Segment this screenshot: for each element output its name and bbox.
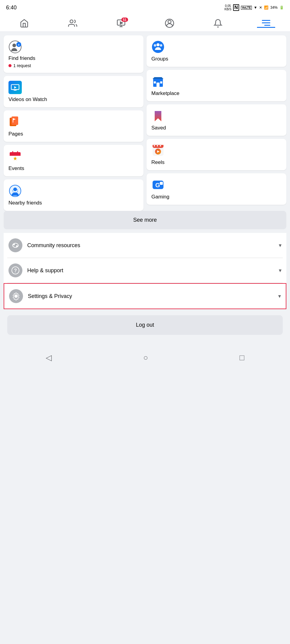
help-support-icon: ? bbox=[8, 263, 22, 277]
status-icons: 0.05KB/S N VoLTE ▼ ✕ 📶 34% 🔋 bbox=[225, 4, 284, 11]
svg-rect-40 bbox=[157, 145, 158, 146]
nav-watch[interactable]: 51 bbox=[112, 18, 130, 29]
volte-icon: VoLTE bbox=[241, 6, 252, 10]
help-chevron-icon: ▾ bbox=[279, 267, 282, 274]
pages-label: Pages bbox=[8, 131, 139, 137]
svg-rect-39 bbox=[154, 145, 155, 146]
saved-card[interactable]: Saved bbox=[147, 104, 286, 136]
reels-card[interactable]: Reels bbox=[147, 139, 286, 170]
pages-card[interactable]: Pages bbox=[4, 110, 143, 142]
svg-point-48 bbox=[16, 245, 18, 247]
gaming-card[interactable]: G Gaming bbox=[147, 173, 286, 205]
battery-icon: 🔋 bbox=[279, 5, 284, 10]
nav-home[interactable] bbox=[15, 18, 34, 29]
community-resources-label: Community resources bbox=[27, 242, 274, 249]
svg-text:+: + bbox=[18, 43, 20, 47]
watch-badge: 51 bbox=[121, 18, 128, 22]
svg-rect-14 bbox=[12, 116, 18, 125]
right-column: Groups Market bbox=[147, 35, 286, 211]
svg-rect-46 bbox=[160, 182, 163, 185]
recents-button[interactable]: □ bbox=[239, 353, 244, 362]
find-friends-label: Find friends bbox=[8, 55, 139, 61]
signal-icon: 📶 bbox=[264, 5, 269, 10]
marketplace-card[interactable]: Marketplace bbox=[147, 70, 286, 101]
help-support-item[interactable]: ? Help & support ▾ bbox=[4, 258, 286, 283]
logout-button[interactable]: Log out bbox=[7, 315, 283, 335]
groups-label: Groups bbox=[151, 56, 282, 62]
svg-rect-35 bbox=[160, 81, 162, 83]
home-button[interactable]: ○ bbox=[143, 353, 148, 362]
gaming-icon: G bbox=[151, 178, 165, 191]
speed-indicator: 0.05KB/S bbox=[225, 4, 232, 11]
gaming-label: Gaming bbox=[151, 194, 282, 200]
reels-icon bbox=[151, 144, 165, 157]
left-column: + Find friends 1 request bbox=[4, 35, 143, 211]
community-resources-icon bbox=[8, 238, 22, 252]
svg-point-25 bbox=[13, 188, 17, 191]
find-friends-sub: 1 request bbox=[8, 63, 139, 68]
find-friends-icon: + bbox=[8, 40, 22, 54]
status-time: 6:40 bbox=[6, 5, 17, 11]
svg-marker-3 bbox=[120, 22, 123, 24]
nearby-friends-card[interactable]: Nearby friends bbox=[4, 179, 143, 211]
svg-point-27 bbox=[152, 41, 164, 53]
svg-text:G: G bbox=[155, 182, 160, 188]
status-bar: 6:40 0.05KB/S N VoLTE ▼ ✕ 📶 34% 🔋 bbox=[0, 0, 290, 15]
hamburger-icon bbox=[262, 20, 270, 26]
groups-icon bbox=[151, 40, 165, 54]
svg-point-30 bbox=[160, 44, 162, 47]
see-more-button[interactable]: See more bbox=[4, 211, 286, 229]
nav-notifications[interactable] bbox=[209, 18, 227, 29]
main-content: + Find friends 1 request bbox=[0, 32, 290, 342]
nav-bar: 51 bbox=[0, 15, 290, 32]
svg-point-53 bbox=[15, 296, 17, 297]
help-support-label: Help & support bbox=[27, 267, 274, 274]
svg-point-47 bbox=[13, 244, 15, 245]
svg-rect-33 bbox=[157, 83, 160, 87]
nearby-friends-label: Nearby friends bbox=[8, 200, 139, 206]
battery-text: 34% bbox=[270, 5, 278, 10]
pages-icon bbox=[8, 115, 22, 129]
nearby-friends-icon bbox=[8, 184, 22, 198]
wifi-icon: ▼ bbox=[254, 5, 257, 10]
saved-label: Saved bbox=[151, 125, 282, 131]
videos-on-watch-icon bbox=[8, 81, 22, 94]
signal-x-icon: ✕ bbox=[259, 5, 262, 10]
request-count: 1 request bbox=[13, 63, 31, 68]
svg-point-29 bbox=[154, 44, 156, 47]
saved-icon bbox=[151, 109, 165, 123]
sections-wrapper: Community resources ▾ ? Help & support ▾ bbox=[4, 233, 286, 309]
find-friends-card[interactable]: + Find friends 1 request bbox=[4, 35, 143, 73]
videos-on-watch-label: Videos on Watch bbox=[8, 96, 139, 103]
reels-label: Reels bbox=[151, 159, 282, 165]
bottom-nav: ◁ ○ □ bbox=[0, 347, 290, 371]
svg-text:?: ? bbox=[14, 268, 17, 273]
svg-point-28 bbox=[157, 43, 160, 46]
svg-point-0 bbox=[70, 20, 73, 23]
svg-point-4 bbox=[168, 20, 171, 23]
events-label: Events bbox=[8, 165, 139, 172]
svg-rect-15 bbox=[13, 118, 13, 123]
events-card[interactable]: Events bbox=[4, 145, 143, 176]
back-button[interactable]: ◁ bbox=[46, 353, 52, 362]
svg-marker-11 bbox=[14, 86, 17, 89]
marketplace-label: Marketplace bbox=[151, 90, 282, 96]
community-chevron-icon: ▾ bbox=[279, 242, 282, 249]
nav-profile[interactable] bbox=[160, 18, 179, 29]
svg-rect-34 bbox=[154, 81, 156, 83]
svg-rect-19 bbox=[10, 154, 21, 156]
svg-rect-41 bbox=[160, 145, 161, 146]
videos-on-watch-card[interactable]: Videos on Watch bbox=[4, 76, 143, 107]
request-dot bbox=[8, 64, 12, 67]
settings-privacy-icon bbox=[9, 289, 23, 303]
nav-friends[interactable] bbox=[63, 18, 82, 29]
settings-privacy-label: Settings & Privacy bbox=[28, 293, 273, 299]
svg-point-7 bbox=[12, 44, 16, 47]
menu-grid: + Find friends 1 request bbox=[4, 35, 286, 211]
events-icon bbox=[8, 150, 22, 163]
settings-chevron-icon: ▾ bbox=[278, 293, 281, 299]
settings-privacy-item[interactable]: Settings & Privacy ▾ bbox=[4, 283, 286, 309]
groups-card[interactable]: Groups bbox=[147, 35, 286, 67]
community-resources-item[interactable]: Community resources ▾ bbox=[4, 233, 286, 258]
nav-menu[interactable] bbox=[257, 19, 275, 28]
